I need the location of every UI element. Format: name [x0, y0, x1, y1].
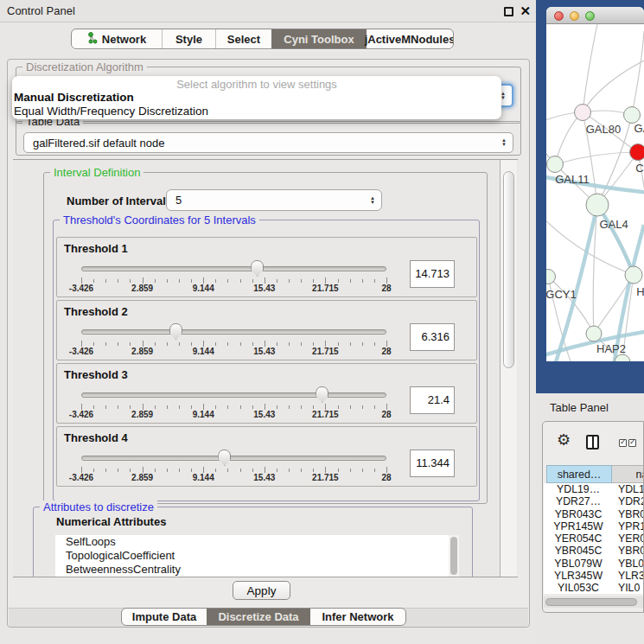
network-node[interactable] [575, 105, 591, 121]
slider-thumb[interactable] [251, 260, 264, 277]
scrollbar-thumb[interactable] [450, 537, 457, 575]
float-window-icon[interactable] [504, 7, 513, 16]
settings-vertical-scrollbar[interactable] [500, 160, 517, 577]
number-of-intervals-label: Number of Intervals [67, 194, 172, 207]
network-node-label: GAL80 [586, 123, 621, 136]
columns-icon[interactable] [586, 435, 599, 450]
number-of-intervals-combobox[interactable]: 5 ▲▼ [166, 189, 382, 211]
scrollbar-thumb[interactable] [503, 171, 514, 368]
numerical-attributes-list[interactable]: SelfLoopsTopologicalCoefficientBetweenne… [55, 535, 449, 577]
tick-label: 28 [367, 473, 406, 482]
panel-title: Control Panel [7, 0, 75, 22]
thresholds-group: Threshold's Coordinates for 5 Intervals … [53, 220, 480, 501]
network-node[interactable] [625, 266, 642, 284]
apply-button[interactable]: Apply [233, 581, 290, 600]
tick-label: 28 [367, 410, 406, 419]
dropdown-item-equal-width-frequency[interactable]: Equal Width/Frequency Discretization [12, 105, 501, 118]
column-header-name[interactable]: na [612, 465, 644, 483]
tab-jactivemnodules[interactable]: jActiveMNodules [367, 29, 453, 48]
threshold-value-field[interactable]: 6.316 [410, 323, 455, 351]
tick-label: 21.715 [305, 410, 345, 419]
zoom-traffic-light-icon[interactable] [585, 11, 595, 21]
tab-select[interactable]: Select [215, 29, 271, 48]
attributes-list-scrollbar[interactable] [449, 535, 459, 577]
tab-label: Impute Data [132, 610, 196, 623]
close-traffic-light-icon[interactable] [554, 11, 564, 21]
threshold-3-box: Threshold 3-3.4262.8599.14415.4321.71528… [56, 363, 477, 424]
network-edge [632, 31, 644, 115]
screen: Control Panel ✕ NetworkStyleSelectCyni T… [0, 0, 644, 644]
table-row[interactable]: YPR145WYPR1 [544, 520, 644, 532]
table-panel-section: Table Panel ⚙ ✓ ✓ shared… na YDL19…YDL1Y… [536, 393, 644, 644]
tick-label: -3.426 [61, 410, 101, 419]
table-header-row: shared… na [546, 465, 644, 483]
threshold-value-field[interactable]: 14.713 [410, 260, 455, 288]
number-of-intervals-value: 5 [175, 190, 182, 210]
minimize-traffic-light-icon[interactable] [570, 11, 579, 21]
network-node[interactable] [547, 156, 564, 173]
tab-style[interactable]: Style [162, 29, 215, 48]
tab-impute-data[interactable]: Impute Data [122, 609, 207, 625]
network-window-titlebar[interactable] [546, 7, 644, 24]
network-node-label: C [635, 162, 643, 175]
network-view-frame: GAL80GACGAL11GAL4GCY1HHAP2 [536, 0, 644, 393]
table-horizontal-scrollbar[interactable] [544, 596, 644, 608]
threshold-value-field[interactable]: 21.4 [410, 386, 455, 414]
slider-track[interactable] [81, 456, 386, 461]
network-node[interactable] [630, 144, 644, 161]
slider-track[interactable] [81, 329, 386, 335]
slider-track[interactable] [81, 266, 386, 271]
control-panel-titlebar: Control Panel ✕ [0, 0, 536, 22]
network-edge [555, 112, 583, 164]
table-row[interactable]: YIL053CYIL0 [544, 582, 644, 594]
cell-shared-name: YPR145W [544, 520, 613, 532]
table-row[interactable]: YBR043CYBR0 [544, 508, 644, 520]
network-node[interactable] [586, 326, 602, 341]
dropdown-placeholder-item[interactable]: Select algorithm to view settings [12, 76, 501, 91]
slider-thumb[interactable] [169, 323, 182, 340]
network-node[interactable] [586, 194, 609, 216]
tick-label: 21.715 [305, 473, 345, 482]
interval-definition-group: Interval Definition Number of Intervals … [43, 172, 488, 504]
table-row[interactable]: YDR27…YDR2 [544, 495, 644, 507]
tab-discretize-data[interactable]: Discretize Data [207, 609, 310, 625]
cell-shared-name: YDL19… [544, 483, 613, 495]
numerical-attributes-label: Numerical Attributes [56, 515, 166, 528]
gear-icon[interactable]: ⚙ [557, 430, 571, 449]
tab-label: jActiveMNodules [365, 33, 454, 46]
checkbox-icon[interactable]: ✓ [619, 439, 627, 447]
tab-infer-network[interactable]: Infer Network [310, 609, 405, 625]
close-icon[interactable]: ✕ [520, 1, 531, 22]
table-row[interactable]: YER054CYER0 [544, 532, 644, 545]
attribute-list-item[interactable]: TopologicalCoefficient [55, 549, 449, 563]
table-panel: ⚙ ✓ ✓ shared… na YDL19…YDL1YDR27…YDR2YBR… [542, 421, 644, 613]
combobox-stepper-icon: ▲▼ [370, 196, 375, 205]
tab-label: Discretize Data [218, 610, 298, 623]
table-row[interactable]: YBL079WYBL0 [544, 558, 644, 570]
tab-cyni-toolbox[interactable]: Cyni Toolbox [271, 29, 367, 48]
table-rows: YDL19…YDL1YDR27…YDR2YBR043CYBR0YPR145WYP… [544, 483, 644, 594]
slider-track[interactable] [81, 392, 386, 398]
tick-label: -3.426 [61, 473, 101, 482]
dropdown-item-manual-discretization[interactable]: Manual Discretization [12, 91, 501, 105]
table-row[interactable]: YLR345WYLR3 [544, 570, 644, 582]
attribute-list-item[interactable]: BetweennessCentrality [55, 563, 449, 577]
slider-thumb[interactable] [316, 386, 328, 403]
attribute-list-item[interactable]: SelfLoops [55, 535, 449, 549]
threshold-4-box: Threshold 4-3.4262.8599.14415.4321.71528… [56, 426, 477, 487]
table-row[interactable]: YBR045CYBR0 [544, 545, 644, 557]
scrollbar-thumb[interactable] [545, 598, 637, 606]
checkbox-icon[interactable]: ✓ [628, 439, 636, 447]
column-header-shared-name[interactable]: shared… [546, 465, 612, 483]
network-canvas[interactable]: GAL80GACGAL11GAL4GCY1HHAP2 [546, 24, 644, 361]
slider-thumb[interactable] [218, 450, 231, 466]
tab-network[interactable]: Network [72, 29, 162, 48]
threshold-value-field[interactable]: 11.344 [410, 450, 455, 477]
attributes-group: Attributes to discretize Numerical Attri… [33, 507, 473, 577]
network-node[interactable] [624, 107, 641, 124]
table-row[interactable]: YDL19…YDL1 [544, 483, 644, 495]
tick-label: 28 [367, 284, 406, 293]
table-data-combobox[interactable]: galFiltered.sif default node ▲▼ [23, 132, 513, 153]
cell-name: YBL0 [613, 558, 644, 570]
control-panel-window: Control Panel ✕ NetworkStyleSelectCyni T… [0, 0, 536, 644]
